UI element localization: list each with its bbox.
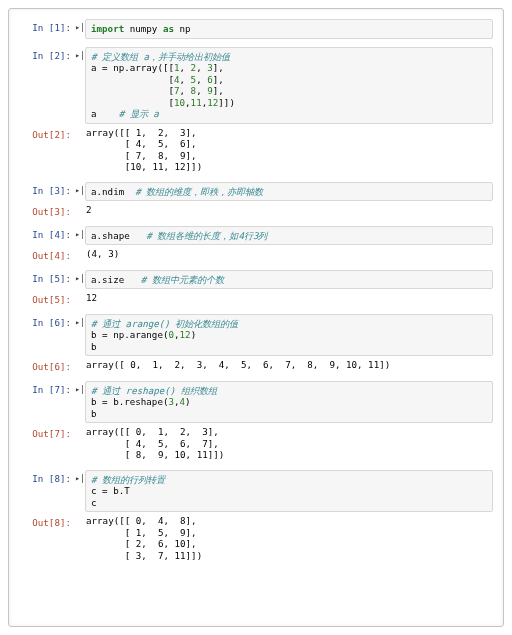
output-area: (4, 3) xyxy=(85,247,493,261)
output-text: array([[ 1, 2, 3], [ 4, 5, 6], [ 7, 8, 9… xyxy=(86,127,488,173)
cell-out-4: Out[4]: (4, 3) xyxy=(17,247,493,262)
output-text: (4, 3) xyxy=(86,248,488,260)
in-prompt: In [1]: xyxy=(17,19,75,34)
in-prompt: In [3]: xyxy=(17,182,75,197)
output-text: array([[ 0, 4, 8], [ 1, 5, 9], [ 2, 6, 1… xyxy=(86,515,488,561)
out-spacer xyxy=(75,425,85,428)
cell-out-8: Out[8]: array([[ 0, 4, 8], [ 1, 5, 9], [… xyxy=(17,514,493,562)
run-icon[interactable]: ▸| xyxy=(75,226,85,240)
cell-in-3[interactable]: In [3]: ▸| a.ndim # 数组的维度，即秩，亦即轴数 xyxy=(17,182,493,202)
cell-in-1[interactable]: In [1]: ▸| import numpy as np xyxy=(17,19,493,39)
out-prompt: Out[5]: xyxy=(17,291,75,306)
output-text: array([ 0, 1, 2, 3, 4, 5, 6, 7, 8, 9, 10… xyxy=(86,359,488,371)
in-prompt: In [8]: xyxy=(17,470,75,485)
code: a.size # 数组中元素的个数 xyxy=(91,274,487,286)
out-prompt: Out[7]: xyxy=(17,425,75,440)
run-icon[interactable]: ▸| xyxy=(75,314,85,328)
notebook-container: { "cells": { "c1": { "in_prompt": "In [1… xyxy=(8,8,504,627)
in-prompt: In [6]: xyxy=(17,314,75,329)
code-input[interactable]: # 通过 arange() 初始化数组的值 b = np.arange(0,12… xyxy=(85,314,493,357)
code-input[interactable]: a.ndim # 数组的维度，即秩，亦即轴数 xyxy=(85,182,493,202)
output-area: array([[ 1, 2, 3], [ 4, 5, 6], [ 7, 8, 9… xyxy=(85,126,493,174)
in-prompt: In [2]: xyxy=(17,47,75,62)
cell-in-7[interactable]: In [7]: ▸| # 通过 reshape() 组织数组 b = b.res… xyxy=(17,381,493,424)
out-prompt: Out[3]: xyxy=(17,203,75,218)
code: a.shape # 数组各维的长度，如4行3列 xyxy=(91,230,487,242)
out-prompt: Out[6]: xyxy=(17,358,75,373)
cell-in-6[interactable]: In [6]: ▸| # 通过 arange() 初始化数组的值 b = np.… xyxy=(17,314,493,357)
out-spacer xyxy=(75,514,85,517)
code-input[interactable]: # 定义数组 a，并手动给出初始值 a = np.array([[1, 2, 3… xyxy=(85,47,493,124)
code: a.ndim # 数组的维度，即秩，亦即轴数 xyxy=(91,186,487,198)
cell-in-4[interactable]: In [4]: ▸| a.shape # 数组各维的长度，如4行3列 xyxy=(17,226,493,246)
out-spacer xyxy=(75,126,85,129)
out-spacer xyxy=(75,203,85,206)
out-spacer xyxy=(75,247,85,250)
output-area: 12 xyxy=(85,291,493,305)
out-prompt: Out[4]: xyxy=(17,247,75,262)
code-input[interactable]: a.size # 数组中元素的个数 xyxy=(85,270,493,290)
output-text: array([[ 0, 1, 2, 3], [ 4, 5, 6, 7], [ 8… xyxy=(86,426,488,461)
code: # 定义数组 a，并手动给出初始值 a = np.array([[1, 2, 3… xyxy=(91,51,487,120)
cell-out-5: Out[5]: 12 xyxy=(17,291,493,306)
code: # 数组的行列转置 c = b.T c xyxy=(91,474,487,509)
code: import numpy as np xyxy=(91,23,487,35)
output-area: array([[ 0, 1, 2, 3], [ 4, 5, 6, 7], [ 8… xyxy=(85,425,493,462)
code-input[interactable]: # 通过 reshape() 组织数组 b = b.reshape(3,4) b xyxy=(85,381,493,424)
output-area: array([[ 0, 4, 8], [ 1, 5, 9], [ 2, 6, 1… xyxy=(85,514,493,562)
out-spacer xyxy=(75,358,85,361)
in-prompt: In [4]: xyxy=(17,226,75,241)
run-icon[interactable]: ▸| xyxy=(75,381,85,395)
output-text: 2 xyxy=(86,204,488,216)
cell-out-7: Out[7]: array([[ 0, 1, 2, 3], [ 4, 5, 6,… xyxy=(17,425,493,462)
output-area: 2 xyxy=(85,203,493,217)
code: # 通过 reshape() 组织数组 b = b.reshape(3,4) b xyxy=(91,385,487,420)
in-prompt: In [5]: xyxy=(17,270,75,285)
run-icon[interactable]: ▸| xyxy=(75,19,85,33)
output-text: 12 xyxy=(86,292,488,304)
out-prompt: Out[2]: xyxy=(17,126,75,141)
out-spacer xyxy=(75,291,85,294)
code: # 通过 arange() 初始化数组的值 b = np.arange(0,12… xyxy=(91,318,487,353)
cell-out-2: Out[2]: array([[ 1, 2, 3], [ 4, 5, 6], [… xyxy=(17,126,493,174)
code-input[interactable]: # 数组的行列转置 c = b.T c xyxy=(85,470,493,513)
run-icon[interactable]: ▸| xyxy=(75,47,85,61)
run-icon[interactable]: ▸| xyxy=(75,182,85,196)
output-area: array([ 0, 1, 2, 3, 4, 5, 6, 7, 8, 9, 10… xyxy=(85,358,493,372)
code-input[interactable]: a.shape # 数组各维的长度，如4行3列 xyxy=(85,226,493,246)
in-prompt: In [7]: xyxy=(17,381,75,396)
run-icon[interactable]: ▸| xyxy=(75,270,85,284)
cell-in-8[interactable]: In [8]: ▸| # 数组的行列转置 c = b.T c xyxy=(17,470,493,513)
out-prompt: Out[8]: xyxy=(17,514,75,529)
cell-out-3: Out[3]: 2 xyxy=(17,203,493,218)
cell-in-2[interactable]: In [2]: ▸| # 定义数组 a，并手动给出初始值 a = np.arra… xyxy=(17,47,493,124)
code-input[interactable]: import numpy as np xyxy=(85,19,493,39)
run-icon[interactable]: ▸| xyxy=(75,470,85,484)
cell-out-6: Out[6]: array([ 0, 1, 2, 3, 4, 5, 6, 7, … xyxy=(17,358,493,373)
cell-in-5[interactable]: In [5]: ▸| a.size # 数组中元素的个数 xyxy=(17,270,493,290)
